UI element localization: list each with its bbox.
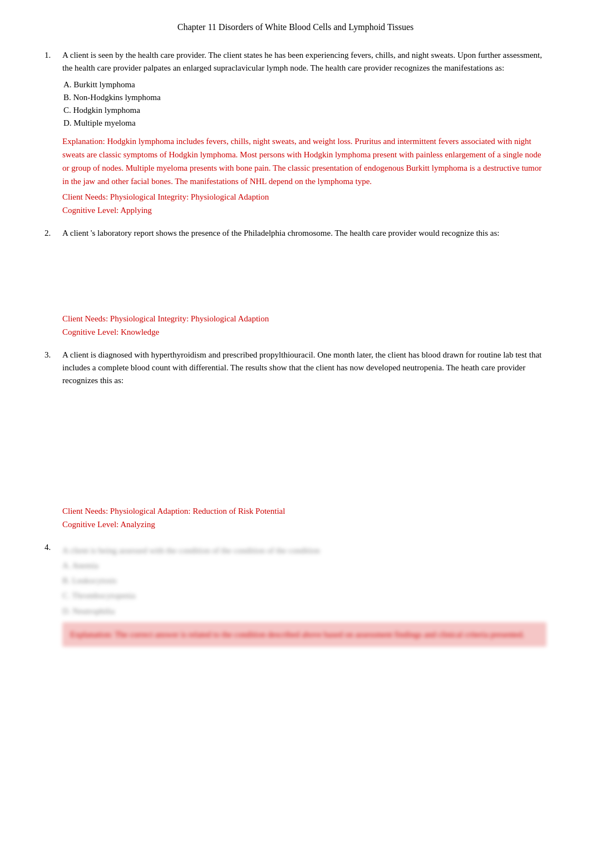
question-item-3: 3. A client is diagnosed with hyperthyro… xyxy=(45,349,546,531)
choice-1c: C. Hodgkin lymphoma xyxy=(63,104,546,117)
client-needs-1: Client Needs: Physiological Integrity: P… xyxy=(62,190,546,204)
question-text-3: A client is diagnosed with hyperthyroidi… xyxy=(62,349,546,388)
answer-choices-1: A. Burkitt lymphoma B. Non-Hodgkins lymp… xyxy=(63,78,546,130)
cognitive-level-2: Cognitive Level: Knowledge xyxy=(62,325,546,339)
question-list: 1. A client is seen by the health care p… xyxy=(45,49,546,647)
choice-1b: B. Non-Hodgkins lymphoma xyxy=(63,91,546,104)
blurred-choice-c: C. Thrombocytopenia xyxy=(62,589,546,602)
question-item-1: 1. A client is seen by the health care p… xyxy=(45,49,546,217)
question-number-1: 1. xyxy=(45,49,62,217)
question-item-4: 4. A client is being assessed with the c… xyxy=(45,541,546,647)
question-text-2: A client 's laboratory report shows the … xyxy=(62,227,546,240)
client-needs-2: Client Needs: Physiological Integrity: P… xyxy=(62,312,546,325)
cognitive-level-1: Cognitive Level: Applying xyxy=(62,204,546,217)
question-number-4: 4. xyxy=(45,541,62,647)
question-number-2: 2. xyxy=(45,227,62,339)
question-content-4-blurred: A client is being assessed with the cond… xyxy=(62,544,546,647)
question-content-1: A client is seen by the health care prov… xyxy=(62,49,546,217)
blurred-question-text: A client is being assessed with the cond… xyxy=(62,544,546,557)
blurred-choice-b: B. Leukocytosis xyxy=(62,574,546,587)
question-number-3: 3. xyxy=(45,349,62,531)
blurred-choice-a: A. Anemia xyxy=(62,559,546,572)
question-item-2: 2. A client 's laboratory report shows t… xyxy=(45,227,546,339)
blurred-explanation: Explanation: The correct answer is relat… xyxy=(62,622,546,647)
question-text-1: A client is seen by the health care prov… xyxy=(62,49,546,75)
question-content-3: A client is diagnosed with hyperthyroidi… xyxy=(62,349,546,531)
spacer-3 xyxy=(62,391,546,502)
choice-1d: D. Multiple myeloma xyxy=(63,117,546,130)
choice-1a: A. Burkitt lymphoma xyxy=(63,78,546,91)
page-title: Chapter 11 Disorders of White Blood Cell… xyxy=(45,22,546,32)
blurred-choices: A. Anemia B. Leukocytosis C. Thrombocyto… xyxy=(62,559,546,618)
explanation-1: Explanation: Hodgkin lymphoma includes f… xyxy=(62,135,546,188)
spacer-2 xyxy=(62,243,546,310)
cognitive-level-3: Cognitive Level: Analyzing xyxy=(62,518,546,531)
question-content-2: A client 's laboratory report shows the … xyxy=(62,227,546,339)
blurred-choice-d: D. Neutrophilia xyxy=(62,605,546,618)
client-needs-3: Client Needs: Physiological Adaption: Re… xyxy=(62,504,546,518)
